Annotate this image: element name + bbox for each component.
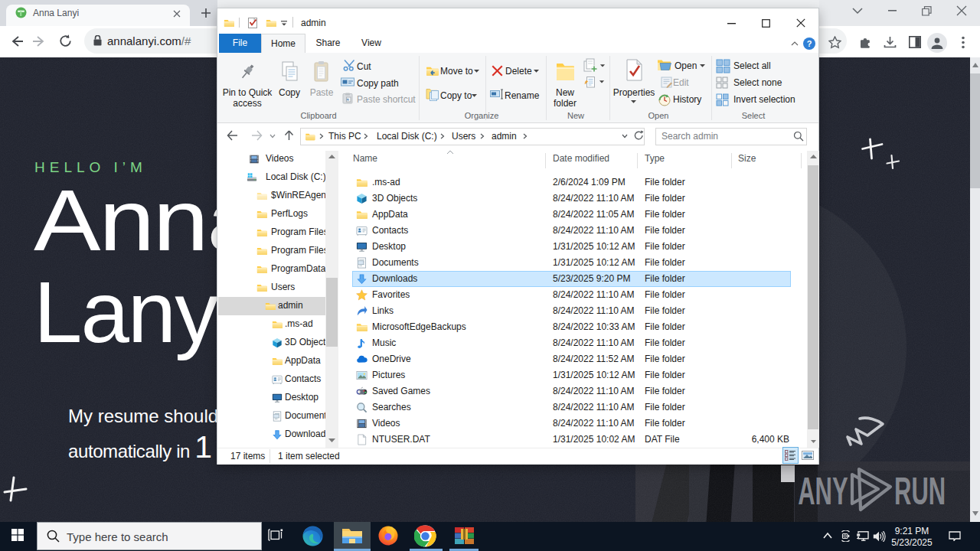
svg-text:ANY: ANY	[798, 469, 848, 512]
svg-text:RUN: RUN	[894, 469, 946, 512]
